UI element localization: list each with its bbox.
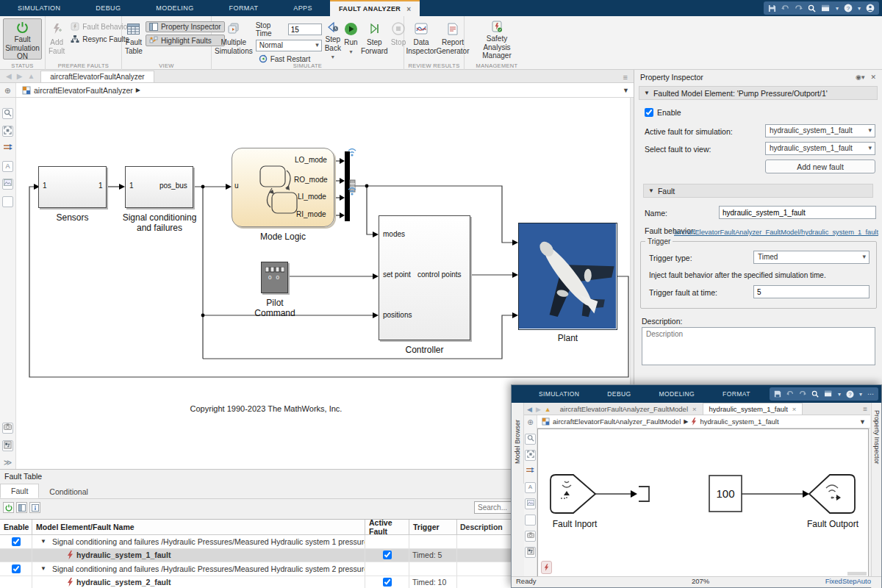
enable-checkbox[interactable]	[645, 108, 653, 117]
ov-property-inspector-collapsed-tab[interactable]: Property Inspector	[871, 403, 881, 588]
run-button[interactable]: Run▾	[344, 18, 358, 60]
description-textarea[interactable]	[642, 327, 875, 365]
ov-doc-tab-fault-model[interactable]: aircraftElevatorFaultAnalyzer_FaultModel…	[554, 404, 703, 415]
col-trigger[interactable]: Trigger	[409, 520, 457, 534]
report-generator-button[interactable]: ReportGenerator	[438, 18, 467, 60]
fault-simulation-toggle[interactable]: Fault SimulationON	[3, 18, 42, 60]
back-icon[interactable]: ◀	[6, 72, 12, 80]
enable-checkbox[interactable]	[12, 564, 21, 573]
expand-palette-icon[interactable]: ≫	[2, 458, 13, 469]
layout-dropdown-icon[interactable]: ▾	[838, 391, 841, 398]
col-active-fault[interactable]: Active Fault	[365, 520, 409, 534]
zoom-tool-icon[interactable]	[2, 108, 13, 119]
tab-debug[interactable]: DEBUG	[78, 0, 138, 16]
stop-time-input[interactable]	[288, 24, 322, 35]
up-icon[interactable]: ▲	[545, 406, 551, 413]
screenshot-icon[interactable]	[525, 531, 536, 542]
signal-routing-icon[interactable]	[2, 143, 13, 154]
close-panel-icon[interactable]: ✕	[870, 74, 876, 81]
col-enable[interactable]: Enable	[0, 520, 32, 534]
hide-browser-icon[interactable]: ⊕	[0, 83, 16, 97]
trigger-type-dropdown[interactable]: Timed	[753, 251, 870, 264]
search-icon[interactable]	[808, 4, 816, 12]
help-dropdown-icon[interactable]: ▾	[859, 391, 862, 398]
fault-badge-icon[interactable]	[541, 561, 552, 574]
tab-apps[interactable]: APPS	[276, 0, 330, 16]
close-tab-icon[interactable]: ×	[792, 405, 797, 413]
block-sensors[interactable]	[38, 166, 107, 208]
save-icon[interactable]	[768, 4, 776, 12]
active-fault-checkbox[interactable]	[383, 551, 392, 559]
step-back-button[interactable]: StepBack ▾	[325, 18, 341, 60]
safety-analysis-manager-button[interactable]: SafetyAnalysis Manager	[470, 18, 523, 60]
undo-icon[interactable]	[786, 390, 794, 398]
help-icon[interactable]: ?	[846, 390, 854, 398]
breadcrumb[interactable]: aircraftElevatorFaultAnalyzer ▶	[16, 86, 140, 95]
hide-browser-icon[interactable]: ⊕	[525, 417, 536, 429]
layout-icon[interactable]	[821, 4, 831, 12]
show-property-inspector-icon[interactable]	[16, 502, 27, 513]
annotation-icon[interactable]: A	[525, 482, 536, 493]
tab-menu-icon[interactable]: ≡	[863, 405, 867, 413]
status-solver[interactable]: FixedStepAuto	[825, 577, 871, 585]
search-icon[interactable]	[811, 390, 819, 398]
document-tab[interactable]: aircraftElevatorFaultAnalyzer	[40, 71, 154, 82]
add-new-fault-button[interactable]: Add new fault	[765, 159, 875, 173]
subsystem-badge-icon[interactable]	[525, 547, 536, 558]
model-browser-collapsed-tab[interactable]: Model Browser	[512, 403, 524, 484]
block-pilot-command[interactable]: 0 0	[261, 262, 288, 293]
signal-routing-icon[interactable]	[525, 466, 536, 477]
enable-checkbox[interactable]	[12, 537, 21, 546]
breadcrumb-dropdown-icon[interactable]: ▼	[859, 418, 866, 426]
help-icon[interactable]: ?	[844, 4, 853, 12]
fault-table-button[interactable]: FaultTable	[125, 18, 143, 60]
layout-icon[interactable]	[824, 390, 833, 398]
active-fault-dropdown[interactable]: hydraulic_system_1_fault	[765, 124, 875, 137]
back-icon[interactable]: ◀	[527, 406, 532, 413]
tab-menu-icon[interactable]: ≡	[623, 73, 628, 82]
ov-tab-format[interactable]: FORMAT	[709, 390, 764, 398]
redo-icon[interactable]	[799, 390, 806, 398]
redo-icon[interactable]	[795, 4, 803, 12]
data-inspector-button[interactable]: DataInspector	[407, 18, 435, 60]
screenshot-icon[interactable]	[2, 423, 13, 434]
area-box-icon[interactable]	[2, 196, 13, 207]
collapse-row-icon[interactable]: ▼	[40, 538, 46, 545]
trigger-time-input[interactable]	[753, 285, 870, 298]
fault-table-tab-fault[interactable]: Fault	[0, 484, 39, 498]
ov-breadcrumb[interactable]: aircraftElevatorFaultAnalyzer_FaultModel…	[537, 415, 870, 429]
active-fault-checkbox[interactable]	[383, 578, 392, 587]
fault-model-canvas[interactable]: 100 Fault Inport Fault Outport	[537, 429, 869, 578]
fault-behavior-link[interactable]: aircraftElevatorFaultAnalyzer_FaultModel…	[674, 229, 878, 236]
ov-tab-debug[interactable]: DEBUG	[593, 390, 645, 398]
tab-simulation[interactable]: SIMULATION	[0, 0, 78, 16]
close-tab-icon[interactable]: ×	[692, 405, 697, 413]
sim-mode-dropdown[interactable]: Normal	[256, 40, 322, 51]
ov-canvas-scrollbar[interactable]	[847, 572, 867, 576]
tab-format[interactable]: FORMAT	[212, 0, 276, 16]
collapse-row-icon[interactable]: ▼	[40, 565, 46, 572]
zoom-tool-icon[interactable]	[525, 434, 536, 445]
area-box-icon[interactable]	[525, 514, 536, 526]
add-fault-button[interactable]: AddFault	[49, 18, 65, 60]
forward-icon[interactable]: ▶	[536, 406, 541, 413]
help-dropdown-icon[interactable]: ▾	[858, 5, 861, 12]
ov-doc-tab-fault[interactable]: hydraulic_system_1_fault×	[703, 403, 803, 415]
pin-panel-icon[interactable]: ◉▾	[856, 74, 864, 81]
breadcrumb-dropdown-icon[interactable]: ▼	[623, 87, 629, 94]
section-fault[interactable]: ▼ Fault	[643, 184, 873, 198]
user-profile-icon[interactable]	[866, 4, 875, 12]
show-details-icon[interactable]	[29, 502, 40, 513]
ov-tab-modeling[interactable]: MODELING	[645, 390, 709, 398]
select-fault-dropdown[interactable]: hydraulic_system_1_fault	[765, 142, 875, 155]
up-icon[interactable]: ▲	[27, 72, 35, 80]
save-icon[interactable]	[774, 390, 781, 398]
fault-table-tab-conditional[interactable]: Conditional	[39, 485, 98, 498]
image-annotation-icon[interactable]	[2, 179, 13, 190]
image-annotation-icon[interactable]	[525, 498, 536, 509]
fault-name-input[interactable]	[719, 206, 876, 219]
close-tab-icon[interactable]: ×	[406, 5, 411, 13]
step-forward-button[interactable]: StepForward	[361, 18, 388, 60]
subsystem-badge-icon[interactable]	[2, 440, 13, 451]
tab-fault-analyzer[interactable]: FAULT ANALYZER×	[330, 0, 420, 16]
